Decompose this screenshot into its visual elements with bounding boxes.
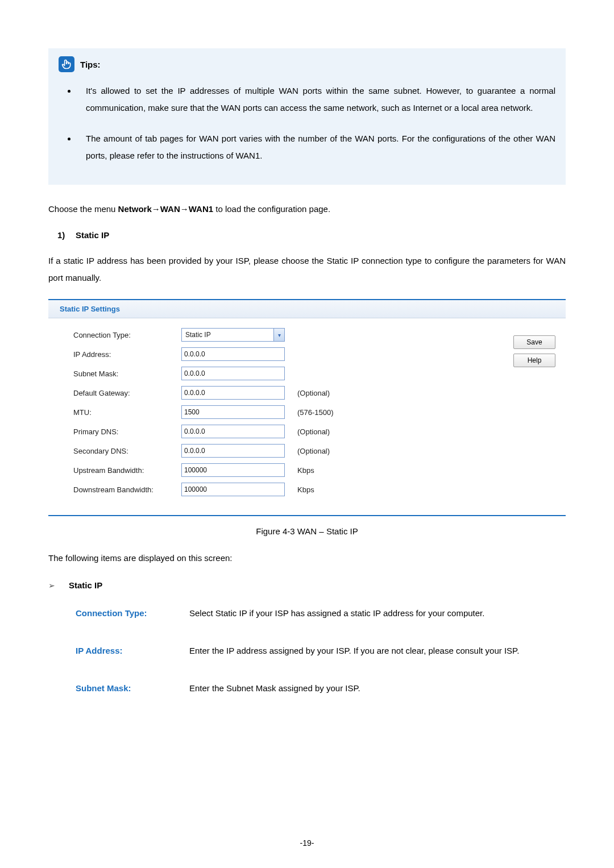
label-ip-address: IP Address: [73, 350, 181, 359]
select-value: Static IP [182, 329, 273, 341]
suffix-kbps: Kbps [289, 466, 314, 475]
label-mtu: MTU: [73, 408, 181, 417]
help-button[interactable]: Help [513, 354, 555, 367]
suffix-optional: (Optional) [289, 447, 330, 455]
suffix-optional: (Optional) [289, 389, 330, 397]
label-subnet-mask: Subnet Mask: [73, 369, 181, 378]
sub-heading: ➢Static IP [48, 580, 566, 590]
text-bold: Network→WAN→WAN1 [118, 204, 214, 214]
page-number: -19- [0, 838, 614, 848]
follow-text: The following items are displayed on thi… [48, 550, 566, 567]
suffix-kbps: Kbps [289, 485, 314, 494]
arrow-right-icon: ➢ [48, 581, 69, 590]
menu-path-text: Choose the menu Network→WAN→WAN1 to load… [48, 201, 566, 218]
suffix-mtu-range: (576-1500) [289, 408, 334, 417]
default-gateway-input[interactable] [181, 386, 285, 400]
list-item: It's allowed to set the IP addresses of … [77, 82, 555, 117]
panel-title: Static IP Settings [48, 300, 566, 318]
definition-row: Connection Type: Select Static IP if you… [48, 605, 566, 622]
text: to load the configuration page. [213, 204, 330, 214]
save-button[interactable]: Save [513, 335, 555, 349]
mtu-input[interactable] [181, 405, 285, 419]
heading-text: Static IP [76, 230, 109, 240]
definition-term: Subnet Mask: [76, 680, 189, 697]
secondary-dns-input[interactable] [181, 444, 285, 458]
label-secondary-dns: Secondary DNS: [73, 447, 181, 455]
label-primary-dns: Primary DNS: [73, 427, 181, 436]
label-default-gateway: Default Gateway: [73, 389, 181, 397]
definition-desc: Select Static IP if your ISP has assigne… [189, 605, 566, 622]
static-ip-settings-panel: Static IP Settings Connection Type: Stat… [48, 299, 566, 516]
downstream-bandwidth-input[interactable] [181, 483, 285, 496]
tips-title: Tips: [80, 60, 101, 69]
hand-point-icon [59, 56, 74, 72]
definition-desc: Enter the Subnet Mask assigned by your I… [189, 680, 566, 697]
primary-dns-input[interactable] [181, 425, 285, 438]
figure-caption: Figure 4-3 WAN – Static IP [48, 526, 566, 536]
definition-row: Subnet Mask: Enter the Subnet Mask assig… [48, 680, 566, 697]
text: Choose the menu [48, 204, 118, 214]
definition-desc: Enter the IP address assigned by your IS… [189, 642, 566, 659]
section-heading: 1)Static IP [48, 230, 566, 240]
section-intro: If a static IP address has been provided… [48, 252, 566, 286]
definition-term: Connection Type: [76, 605, 189, 622]
label-connection-type: Connection Type: [73, 331, 181, 339]
list-item: The amount of tab pages for WAN port var… [77, 130, 555, 164]
label-upstream: Upstream Bandwidth: [73, 466, 181, 475]
tips-list: It's allowed to set the IP addresses of … [59, 82, 555, 164]
definition-term: IP Address: [76, 642, 189, 659]
sub-heading-text: Static IP [69, 580, 102, 590]
subnet-mask-input[interactable] [181, 367, 285, 380]
definition-row: IP Address: Enter the IP address assigne… [48, 642, 566, 659]
ip-address-input[interactable] [181, 347, 285, 361]
chevron-down-icon: ▾ [273, 329, 284, 341]
number-label: 1) [57, 230, 76, 240]
connection-type-select[interactable]: Static IP ▾ [181, 328, 285, 342]
tips-box: Tips: It's allowed to set the IP address… [48, 48, 566, 185]
upstream-bandwidth-input[interactable] [181, 463, 285, 477]
label-downstream: Downstream Bandwidth: [73, 485, 181, 494]
suffix-optional: (Optional) [289, 427, 330, 436]
